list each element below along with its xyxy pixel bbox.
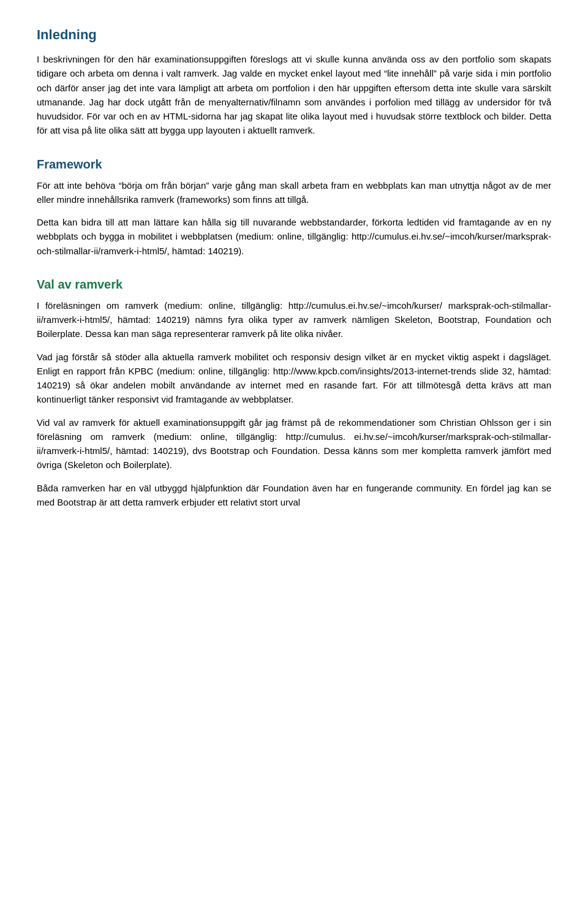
paragraph-inledning-1: I beskrivningen för den här examinations… <box>37 52 551 138</box>
paragraph-framework-1: För att inte behöva “börja om från börja… <box>37 178 551 207</box>
paragraph-framework-2: Detta kan bidra till att man lättare kan… <box>37 215 551 258</box>
heading-inledning: Inledning <box>37 25 551 45</box>
heading-val-av-ramverk: Val av ramverk <box>37 275 551 293</box>
heading-framework: Framework <box>37 155 551 173</box>
paragraph-val-1: I föreläsningen om ramverk (medium: onli… <box>37 298 551 341</box>
paragraph-val-3: Vid val av ramverk för aktuell examinati… <box>37 415 551 472</box>
paragraph-val-2: Vad jag förstår så stöder alla aktuella … <box>37 350 551 407</box>
paragraph-val-4: Båda ramverken har en väl utbyggd hjälpf… <box>37 481 551 510</box>
